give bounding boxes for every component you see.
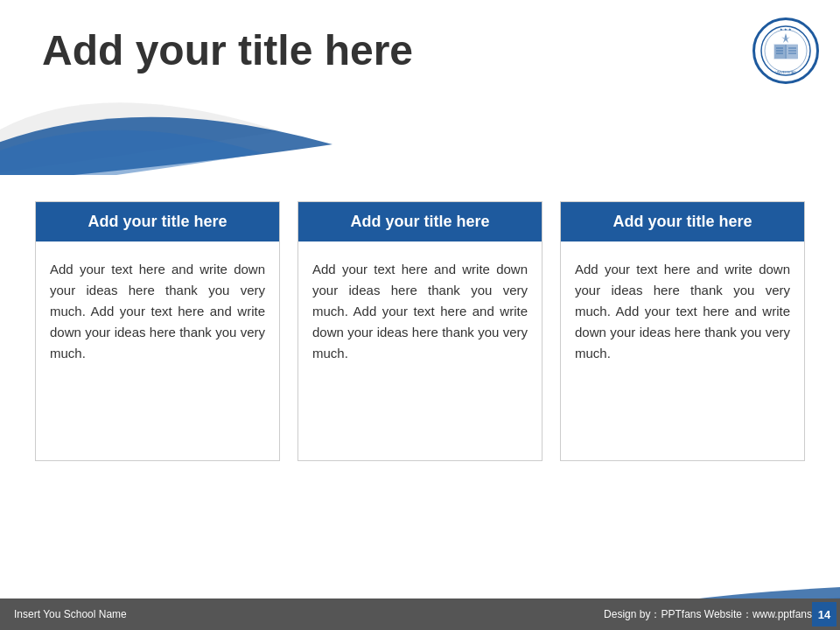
svg-rect-4 — [787, 45, 798, 59]
card-1-body: Add your text here and write down your i… — [36, 242, 279, 460]
card-3-header: Add your title here — [561, 202, 804, 242]
card-3-body: Add your text here and write down your i… — [561, 242, 804, 460]
svg-text:★ ★ ★: ★ ★ ★ — [780, 28, 792, 32]
card-2-body: Add your text here and write down your i… — [298, 242, 542, 460]
card-1: Add your title here Add your text here a… — [35, 201, 280, 461]
card-2: Add your title here Add your text here a… — [298, 201, 542, 461]
logo-circle: UNIVERSITAS ★ ★ ★ — [752, 18, 819, 84]
card-3: Add your title here Add your text here a… — [560, 201, 805, 461]
university-logo-icon: UNIVERSITAS ★ ★ ★ — [760, 24, 812, 77]
logo-container: UNIVERSITAS ★ ★ ★ — [752, 18, 822, 88]
svg-text:UNIVERSITAS: UNIVERSITAS — [775, 71, 796, 74]
main-title: Add your title here — [42, 26, 413, 74]
slide: Add your title here — [0, 0, 840, 630]
school-name-label: Insert You School Name — [14, 608, 127, 620]
svg-marker-12 — [781, 33, 790, 43]
card-2-header: Add your title here — [298, 202, 542, 242]
bottom-bar: Insert You School Name Design by：PPTfans… — [0, 598, 840, 630]
svg-rect-3 — [774, 45, 785, 59]
page-number: 14 — [812, 602, 836, 626]
card-1-header: Add your title here — [36, 202, 279, 242]
cards-container: Add your title here Add your text here a… — [35, 201, 805, 461]
credits-label: Design by：PPTfans Website：www.pptfans.cn — [604, 607, 826, 622]
